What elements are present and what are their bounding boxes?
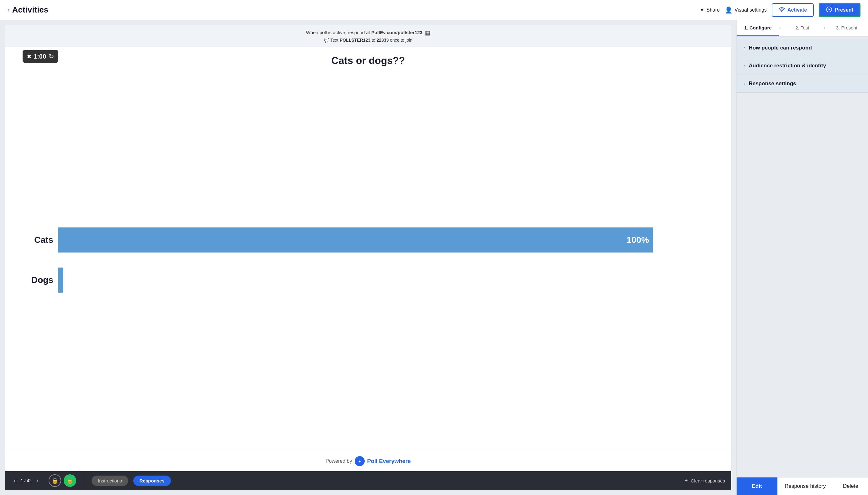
dogs-bar	[59, 268, 63, 293]
sms-code: POLLSTER123	[340, 38, 370, 42]
sparkle-icon: ✦	[684, 478, 688, 483]
right-panel: 1. Configure › 2. Test › 3. Present › Ho…	[736, 20, 868, 495]
present-label: Present	[835, 7, 853, 13]
how-people-respond-label: How people can respond	[749, 45, 812, 51]
edit-button[interactable]: Edit	[737, 477, 777, 495]
visual-settings-button[interactable]: 👤 Visual settings	[725, 6, 767, 14]
poll-url: PollEv.com/pollster123	[371, 30, 422, 35]
lock-icons: 🔒 🔓	[49, 474, 76, 487]
how-people-respond-section[interactable]: › How people can respond	[737, 39, 868, 57]
poll-everywhere-logo-icon: ●	[355, 456, 365, 466]
cats-label: Cats	[18, 235, 58, 245]
brand-name: Poll Everywhere	[367, 458, 411, 465]
step-test[interactable]: 2. Test	[781, 20, 823, 36]
sms-number: 22333	[377, 38, 389, 42]
page-indicator: 1 / 42	[21, 478, 32, 483]
cats-value: 100%	[626, 235, 649, 245]
next-arrow-button[interactable]: ›	[34, 476, 41, 485]
step-configure-label: 1. Configure	[744, 25, 772, 30]
audience-restriction-label: Audience restriction & identity	[749, 63, 826, 69]
chevron-right-icon-2: ›	[744, 63, 746, 68]
person-icon: 👤	[725, 6, 733, 14]
activate-label: Activate	[787, 7, 807, 13]
chevron-right-icon-3: ›	[744, 81, 746, 86]
chart-area: Cats or dogs?? Cats 100% Dogs	[5, 47, 731, 451]
step-present-label: 3. Present	[836, 25, 857, 30]
lock-button[interactable]: 🔒	[49, 474, 61, 487]
unlock-button[interactable]: 🔓	[64, 474, 76, 487]
visual-settings-label: Visual settings	[734, 7, 767, 13]
banner-url-line: When poll is active, respond at PollEv.c…	[11, 30, 725, 36]
settings-list: › How people can respond › Audience rest…	[737, 37, 868, 477]
edit-label: Edit	[752, 483, 762, 489]
poll-banner: When poll is active, respond at PollEv.c…	[5, 25, 731, 47]
poll-question-title: Cats or dogs??	[18, 55, 719, 66]
prev-arrow-button[interactable]: ‹	[11, 476, 18, 485]
delete-label: Delete	[843, 483, 858, 489]
clear-label: Clear responses	[691, 478, 725, 483]
poll-preview-card: ✖ 1:00 ↻ When poll is active, respond at…	[5, 25, 731, 471]
share-dropdown-button[interactable]: ▼ Share	[700, 7, 720, 13]
clear-responses-button[interactable]: ✦ Clear responses	[684, 478, 725, 483]
sms-line: 💬 Text POLLSTER123 to 22333 once to join	[11, 38, 725, 42]
activate-button[interactable]: Activate	[772, 3, 814, 17]
chevron-right-icon: ›	[744, 46, 746, 50]
svg-marker-2	[829, 8, 830, 10]
back-arrow-icon[interactable]: ‹	[7, 6, 10, 14]
left-panel: ✖ 1:00 ↻ When poll is active, respond at…	[0, 20, 736, 495]
qr-icon: ▦	[425, 30, 430, 36]
nav-left: ‹ Activities	[7, 5, 48, 15]
toolbar-divider	[85, 475, 85, 486]
top-nav: ‹ Activities ▼ Share 👤 Visual settings A…	[0, 0, 868, 20]
cats-bar: 100%	[59, 227, 653, 253]
timer-reset-icon[interactable]: ↻	[49, 53, 54, 60]
wifi-icon	[779, 6, 785, 14]
instructions-label: Instructions	[98, 478, 122, 483]
delete-button[interactable]: Delete	[833, 477, 868, 495]
instructions-tab-button[interactable]: Instructions	[92, 476, 128, 486]
chart-row-cats: Cats 100%	[18, 227, 719, 253]
timer-area: ✖ 1:00 ↻	[22, 50, 58, 63]
sms-icon: 💬	[324, 38, 329, 42]
stop-icon: ✖	[27, 54, 31, 59]
audience-restriction-section[interactable]: › Audience restriction & identity	[737, 57, 868, 75]
bottom-toolbar: ‹ 1 / 42 › 🔒 🔓 Instructions Responses ✦ …	[5, 471, 731, 490]
response-history-button[interactable]: Response history	[777, 477, 833, 495]
responses-label: Responses	[140, 478, 165, 483]
step-test-label: 2. Test	[796, 25, 809, 30]
present-button[interactable]: Present	[819, 3, 861, 17]
nav-right: ▼ Share 👤 Visual settings Activate	[700, 3, 861, 17]
step-configure[interactable]: 1. Configure	[737, 20, 779, 36]
main-layout: ✖ 1:00 ↻ When poll is active, respond at…	[0, 20, 868, 495]
chart-body: Cats 100% Dogs	[18, 76, 719, 443]
responses-tab-button[interactable]: Responses	[133, 476, 171, 486]
share-caret-icon: ▼	[700, 7, 705, 13]
step-present[interactable]: 3. Present	[825, 20, 868, 36]
share-label: Share	[706, 7, 720, 13]
steps-header: 1. Configure › 2. Test › 3. Present	[737, 20, 868, 37]
play-icon	[826, 6, 832, 14]
dogs-label: Dogs	[18, 275, 58, 285]
response-history-label: Response history	[785, 483, 826, 489]
timer-display: 1:00	[34, 53, 46, 60]
powered-by-text: Powered by	[326, 458, 352, 464]
pagination-nav: ‹ 1 / 42 ›	[11, 476, 41, 485]
poll-branding: Powered by ● Poll Everywhere	[5, 451, 731, 471]
response-settings-label: Response settings	[749, 81, 796, 87]
svg-point-0	[782, 11, 782, 12]
response-settings-section[interactable]: › Response settings	[737, 75, 868, 93]
brand-logo: ● Poll Everywhere	[355, 456, 411, 466]
dogs-bar-container	[58, 268, 719, 293]
poll-banner-wrapper: ✖ 1:00 ↻ When poll is active, respond at…	[5, 25, 731, 47]
chart-row-dogs: Dogs	[18, 268, 719, 293]
right-bottom-actions: Edit Response history Delete	[737, 477, 868, 495]
cats-bar-container: 100%	[58, 227, 719, 253]
page-title: Activities	[12, 5, 49, 15]
